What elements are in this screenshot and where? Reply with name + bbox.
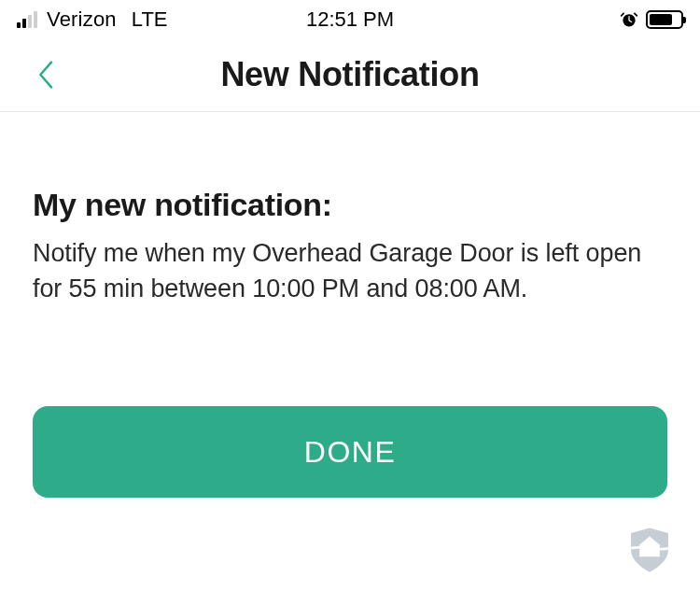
back-button[interactable] <box>28 51 65 98</box>
done-button[interactable]: DONE <box>33 406 667 498</box>
chevron-left-icon <box>37 58 56 91</box>
brand-badge-icon <box>623 523 677 577</box>
page-title: New Notification <box>220 55 479 94</box>
status-bar: Verizon LTE 12:51 PM <box>0 0 700 37</box>
signal-icon <box>17 11 37 28</box>
nav-header: New Notification <box>0 37 700 112</box>
status-right <box>620 10 683 29</box>
clock-label: 12:51 PM <box>306 7 394 32</box>
notification-description: Notify me when my Overhead Garage Door i… <box>33 236 667 307</box>
battery-icon <box>646 10 683 29</box>
content-area: My new notification: Notify me when my O… <box>0 112 700 307</box>
network-type-label: LTE <box>132 7 168 32</box>
status-left: Verizon LTE <box>17 7 168 32</box>
alarm-icon <box>620 10 638 29</box>
carrier-label: Verizon <box>47 7 117 32</box>
notification-heading: My new notification: <box>33 187 667 223</box>
done-button-label: DONE <box>304 435 396 470</box>
